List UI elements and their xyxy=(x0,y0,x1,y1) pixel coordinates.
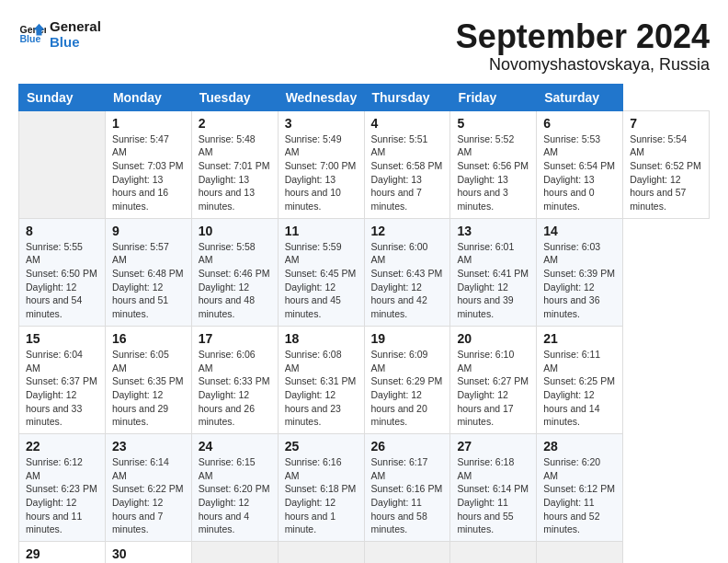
day-info: Sunrise: 6:15 AMSunset: 6:20 PMDaylight:… xyxy=(199,455,271,536)
title-area: September 2024 Novomyshastovskaya, Russi… xyxy=(456,18,710,75)
sunrise: Sunrise: 6:08 AM xyxy=(285,348,358,374)
header-friday: Friday xyxy=(450,84,537,110)
day-info: Sunrise: 6:10 AMSunset: 6:27 PMDaylight:… xyxy=(457,348,529,429)
day-info: Sunrise: 6:20 AMSunset: 6:12 PMDaylight:… xyxy=(543,455,616,536)
day-number: 30 xyxy=(112,546,185,561)
calendar-day: 17Sunrise: 6:06 AMSunset: 6:33 PMDayligh… xyxy=(191,326,278,433)
daylight: Daylight: 12 hours and 33 minutes. xyxy=(26,388,98,429)
calendar-subtitle: Novomyshastovskaya, Russia xyxy=(456,55,710,75)
header-monday: Monday xyxy=(105,84,191,110)
sunrise: Sunrise: 5:51 AM xyxy=(371,132,444,159)
sunset: Sunset: 6:45 PM xyxy=(285,267,358,281)
header-tuesday: Tuesday xyxy=(191,84,278,110)
sunrise: Sunrise: 5:49 AM xyxy=(285,132,358,159)
sunrise: Sunrise: 5:52 AM xyxy=(457,132,529,159)
day-info: Sunrise: 5:52 AMSunset: 6:56 PMDaylight:… xyxy=(457,132,529,213)
sunrise: Sunrise: 5:48 AM xyxy=(199,132,271,159)
sunset: Sunset: 7:03 PM xyxy=(112,159,185,173)
day-info: Sunrise: 6:12 AMSunset: 6:23 PMDaylight:… xyxy=(26,455,98,536)
sunrise: Sunrise: 6:16 AM xyxy=(285,455,358,482)
daylight: Daylight: 12 hours and 57 minutes. xyxy=(630,173,702,213)
logo-line2: Blue xyxy=(50,34,101,50)
daylight: Daylight: 12 hours and 51 minutes. xyxy=(112,281,185,321)
day-info: Sunrise: 5:58 AMSunset: 6:46 PMDaylight:… xyxy=(199,240,271,321)
daylight: Daylight: 11 hours and 58 minutes. xyxy=(371,496,444,536)
daylight: Daylight: 12 hours and 20 minutes. xyxy=(371,388,444,429)
daylight: Daylight: 11 hours and 55 minutes. xyxy=(457,496,529,536)
sunset: Sunset: 6:46 PM xyxy=(199,267,271,281)
day-number: 8 xyxy=(26,224,98,238)
daylight: Daylight: 12 hours and 4 minutes. xyxy=(199,496,271,536)
calendar-week-3: 15Sunrise: 6:04 AMSunset: 6:37 PMDayligh… xyxy=(19,326,710,433)
sunset: Sunset: 6:12 PM xyxy=(543,482,616,496)
daylight: Daylight: 13 hours and 10 minutes. xyxy=(285,173,358,213)
calendar-day: 19Sunrise: 6:09 AMSunset: 6:29 PMDayligh… xyxy=(364,326,450,433)
calendar-body: 1Sunrise: 5:47 AMSunset: 7:03 PMDaylight… xyxy=(19,110,710,563)
daylight: Daylight: 12 hours and 29 minutes. xyxy=(112,388,185,429)
day-info: Sunrise: 6:14 AMSunset: 6:22 PMDaylight:… xyxy=(112,455,185,536)
day-number: 10 xyxy=(199,224,271,238)
calendar-week-5: 29Sunrise: 6:21 AMSunset: 6:10 PMDayligh… xyxy=(19,542,710,563)
calendar-day: 14Sunrise: 6:03 AMSunset: 6:39 PMDayligh… xyxy=(537,218,623,326)
calendar-title: September 2024 xyxy=(456,18,710,55)
calendar-day: 30Sunrise: 6:22 AMSunset: 6:08 PMDayligh… xyxy=(105,542,191,563)
daylight: Daylight: 13 hours and 13 minutes. xyxy=(199,173,271,213)
calendar-day: 29Sunrise: 6:21 AMSunset: 6:10 PMDayligh… xyxy=(19,542,106,563)
day-number: 29 xyxy=(26,546,98,561)
sunset: Sunset: 6:31 PM xyxy=(285,374,358,388)
daylight: Daylight: 13 hours and 16 minutes. xyxy=(112,173,185,213)
sunrise: Sunrise: 6:01 AM xyxy=(457,240,529,267)
page-header: General Blue General Blue September 2024… xyxy=(18,18,710,75)
sunset: Sunset: 6:48 PM xyxy=(112,267,185,281)
calendar-day: 4Sunrise: 5:51 AMSunset: 6:58 PMDaylight… xyxy=(364,110,450,218)
calendar-day: 15Sunrise: 6:04 AMSunset: 6:37 PMDayligh… xyxy=(19,326,106,433)
sunset: Sunset: 6:58 PM xyxy=(371,159,444,173)
calendar-day: 3Sunrise: 5:49 AMSunset: 7:00 PMDaylight… xyxy=(278,110,364,218)
sunset: Sunset: 6:52 PM xyxy=(630,159,702,173)
day-number: 14 xyxy=(543,224,616,238)
day-info: Sunrise: 6:03 AMSunset: 6:39 PMDaylight:… xyxy=(543,240,616,321)
sunset: Sunset: 6:33 PM xyxy=(199,374,271,388)
sunset: Sunset: 7:00 PM xyxy=(285,159,358,173)
sunset: Sunset: 6:18 PM xyxy=(285,482,358,496)
day-number: 20 xyxy=(457,331,529,346)
calendar-day: 5Sunrise: 5:52 AMSunset: 6:56 PMDaylight… xyxy=(450,110,537,218)
calendar-day: 7Sunrise: 5:54 AMSunset: 6:52 PMDaylight… xyxy=(623,110,710,218)
day-number: 1 xyxy=(112,116,185,131)
day-info: Sunrise: 6:17 AMSunset: 6:16 PMDaylight:… xyxy=(371,455,444,536)
sunset: Sunset: 6:35 PM xyxy=(112,374,185,388)
sunrise: Sunrise: 6:17 AM xyxy=(371,455,444,482)
day-number: 26 xyxy=(371,439,444,454)
daylight: Daylight: 12 hours and 48 minutes. xyxy=(199,281,271,321)
sunrise: Sunrise: 6:14 AM xyxy=(112,455,185,482)
calendar-day: 13Sunrise: 6:01 AMSunset: 6:41 PMDayligh… xyxy=(450,218,537,326)
day-info: Sunrise: 5:57 AMSunset: 6:48 PMDaylight:… xyxy=(112,240,185,321)
sunset: Sunset: 6:22 PM xyxy=(112,482,185,496)
daylight: Daylight: 12 hours and 14 minutes. xyxy=(543,388,616,429)
day-number: 15 xyxy=(26,331,98,346)
day-number: 2 xyxy=(199,116,271,131)
daylight: Daylight: 12 hours and 42 minutes. xyxy=(371,281,444,321)
sunrise: Sunrise: 6:18 AM xyxy=(457,455,529,482)
header-sunday: Sunday xyxy=(19,84,106,110)
sunset: Sunset: 6:37 PM xyxy=(26,374,98,388)
day-info: Sunrise: 6:04 AMSunset: 6:37 PMDaylight:… xyxy=(26,348,98,429)
header-thursday: Thursday xyxy=(364,84,450,110)
sunrise: Sunrise: 5:58 AM xyxy=(199,240,271,267)
day-number: 16 xyxy=(112,331,185,346)
day-info: Sunrise: 6:11 AMSunset: 6:25 PMDaylight:… xyxy=(543,348,616,429)
calendar-day: 28Sunrise: 6:20 AMSunset: 6:12 PMDayligh… xyxy=(537,433,623,541)
calendar-week-2: 8Sunrise: 5:55 AMSunset: 6:50 PMDaylight… xyxy=(19,218,710,326)
logo-line1: General xyxy=(50,18,101,34)
sunset: Sunset: 6:43 PM xyxy=(371,267,444,281)
sunset: Sunset: 6:14 PM xyxy=(457,482,529,496)
day-number: 25 xyxy=(285,439,358,454)
day-number: 4 xyxy=(371,116,444,131)
day-info: Sunrise: 5:55 AMSunset: 6:50 PMDaylight:… xyxy=(26,240,98,321)
daylight: Daylight: 12 hours and 11 minutes. xyxy=(26,496,98,536)
calendar-day: 8Sunrise: 5:55 AMSunset: 6:50 PMDaylight… xyxy=(19,218,106,326)
calendar-day xyxy=(191,542,278,563)
sunset: Sunset: 6:27 PM xyxy=(457,374,529,388)
sunrise: Sunrise: 6:06 AM xyxy=(199,348,271,374)
day-number: 18 xyxy=(285,331,358,346)
